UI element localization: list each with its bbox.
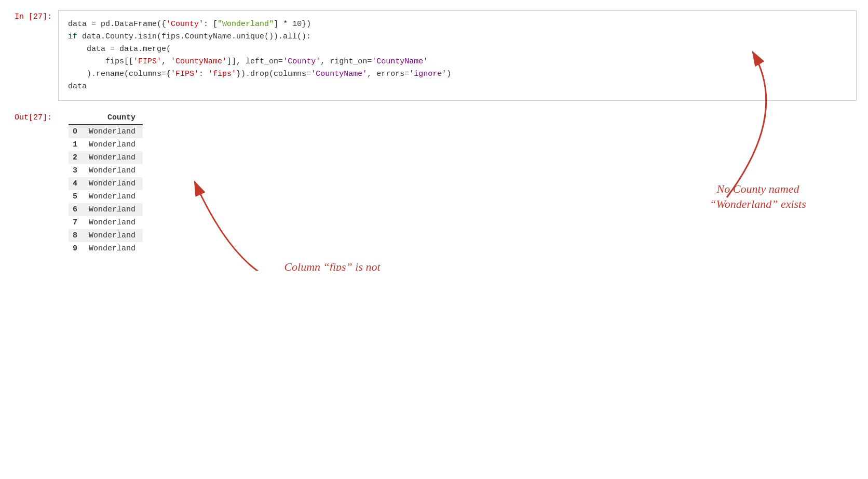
str-countyname: 'CountyName' bbox=[171, 57, 227, 66]
row-index: 6 bbox=[69, 203, 85, 216]
code-assign: = bbox=[91, 20, 101, 29]
row-index: 2 bbox=[69, 151, 85, 164]
row-index: 0 bbox=[69, 125, 85, 138]
code-block: data = pd.DataFrame({'County': ["Wonderl… bbox=[58, 10, 857, 101]
row-index: 9 bbox=[69, 242, 85, 255]
row-index: 7 bbox=[69, 216, 85, 229]
row-county-value: Wonderland bbox=[85, 164, 143, 177]
row-county-value: Wonderland bbox=[85, 242, 143, 255]
code-merge: data = data.merge( bbox=[68, 45, 171, 54]
code-params: ]], left_on= bbox=[227, 57, 283, 66]
code-line-4: fips[['FIPS', 'CountyName']], left_on='C… bbox=[68, 56, 847, 68]
table-row: 2Wonderland bbox=[69, 151, 143, 164]
kw-if: if bbox=[68, 32, 77, 41]
table-row: 3Wonderland bbox=[69, 164, 143, 177]
row-county-value: Wonderland bbox=[85, 138, 143, 151]
code-colon: : bbox=[199, 70, 208, 78]
row-county-value: Wonderland bbox=[85, 151, 143, 164]
code-data: data bbox=[68, 20, 87, 29]
row-county-value: Wonderland bbox=[85, 203, 143, 216]
table-row: 1Wonderland bbox=[69, 138, 143, 151]
row-index: 5 bbox=[69, 190, 85, 203]
row-index: 4 bbox=[69, 177, 85, 190]
code-rename: ).rename(columns={ bbox=[68, 70, 171, 78]
code-data2: data bbox=[68, 82, 87, 91]
table-row: 5Wonderland bbox=[69, 190, 143, 203]
table-row: 8Wonderland bbox=[69, 229, 143, 242]
code-mult: ] * 10}) bbox=[274, 20, 311, 29]
row-county-value: Wonderland bbox=[85, 216, 143, 229]
str-ignore: 'ignore' bbox=[409, 70, 446, 78]
row-index: 1 bbox=[69, 138, 85, 151]
code-errors: , errors= bbox=[367, 70, 409, 78]
code-line-3: data = data.merge( bbox=[68, 43, 847, 56]
row-county-value: Wonderland bbox=[85, 190, 143, 203]
str-county-param: 'County' bbox=[283, 57, 320, 66]
str-fips-lower: 'fips' bbox=[208, 70, 236, 78]
str-county: 'County' bbox=[166, 20, 204, 29]
code-bracket: : [ bbox=[204, 20, 218, 29]
no-fips-annotation: Column “fips” is not created bbox=[260, 260, 405, 271]
cell-in-label: In [27]: bbox=[10, 10, 52, 21]
table-row: 6Wonderland bbox=[69, 203, 143, 216]
county-header: County bbox=[85, 111, 143, 125]
code-line-1: data = pd.DataFrame({'County': ["Wonderl… bbox=[68, 18, 847, 31]
row-index: 3 bbox=[69, 164, 85, 177]
code-line-5: ).rename(columns={'FIPS': 'fips'}).drop(… bbox=[68, 68, 847, 81]
code-close: ) bbox=[446, 70, 451, 78]
index-header bbox=[69, 111, 85, 125]
str-wonderland: "Wonderland" bbox=[218, 20, 274, 29]
table-row: 4Wonderland bbox=[69, 177, 143, 190]
code-fips-start: fips[[ bbox=[68, 57, 133, 66]
no-county-annotation: No County named “Wonderland” exists bbox=[675, 182, 841, 211]
table-row: 7Wonderland bbox=[69, 216, 143, 229]
str-fips2: 'FIPS' bbox=[171, 70, 199, 78]
code-line-6: data bbox=[68, 81, 847, 93]
str-fips: 'FIPS' bbox=[133, 57, 161, 66]
dataframe-table: County 0Wonderland1Wonderland2Wonderland… bbox=[69, 111, 143, 255]
row-county-value: Wonderland bbox=[85, 125, 143, 138]
code-isin: data.County.isin(fips.CountyName.unique(… bbox=[77, 32, 311, 41]
code-drop: }).drop(columns= bbox=[236, 70, 311, 78]
code-cell: In [27]: data = pd.DataFrame({'County': … bbox=[10, 10, 857, 101]
row-index: 8 bbox=[69, 229, 85, 242]
row-county-value: Wonderland bbox=[85, 229, 143, 242]
str-countyname2: 'CountyName' bbox=[311, 70, 367, 78]
table-row: 0Wonderland bbox=[69, 125, 143, 138]
code-pd: pd.DataFrame({ bbox=[101, 20, 166, 29]
row-county-value: Wonderland bbox=[85, 177, 143, 190]
str-countyname-param: 'CountyName' bbox=[372, 57, 428, 66]
table-row: 9Wonderland bbox=[69, 242, 143, 255]
code-comma: , bbox=[161, 57, 171, 66]
cell-out-label: Out[27]: bbox=[10, 111, 52, 122]
code-line-2: if data.County.isin(fips.CountyName.uniq… bbox=[68, 31, 847, 43]
code-right-on: , right_on= bbox=[320, 57, 372, 66]
